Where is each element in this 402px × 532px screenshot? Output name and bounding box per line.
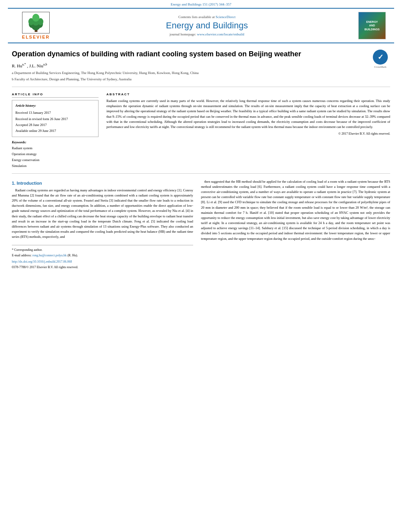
kw1: Radiant system — [12, 145, 99, 151]
article-title-text: Operation dynamics of building with radi… — [12, 50, 367, 83]
copyright-line: © 2017 Elsevier B.V. All rights reserved… — [106, 132, 390, 135]
article-info-heading: ARTICLE INFO — [12, 93, 99, 98]
elsevier-wordmark: ELSEVIER — [22, 35, 50, 39]
journal-title: Energy and Buildings — [58, 20, 356, 31]
intro-body-text-right: then suggested that the HB method should… — [201, 179, 390, 241]
intro-para-right1: then suggested that the HB method should… — [201, 179, 390, 241]
author2-name: , J.L. Niu — [27, 63, 43, 68]
elsevier-logo: ELSEVIER — [14, 12, 58, 39]
journal-header: ELSEVIER Contents lists available at Sci… — [8, 8, 394, 43]
abstract-heading: ABSTRACT — [106, 93, 390, 96]
article-title: Operation dynamics of building with radi… — [12, 50, 367, 59]
email-suffix: (R. Hu). — [67, 254, 78, 257]
article-history-box: Article history: Received 13 January 201… — [12, 100, 99, 137]
crossmark-label: CrossMark — [374, 65, 386, 69]
affiliation-a: a Department of Building Services Engine… — [12, 70, 367, 76]
contents-available-line: Contents lists available at ScienceDirec… — [58, 15, 356, 19]
article-info-row: ARTICLE INFO Article history: Received 1… — [12, 87, 390, 174]
abstract-col: ABSTRACT Radiant cooling systems are cur… — [106, 93, 390, 169]
crossmark-logo: ✓ CrossMark — [370, 50, 390, 69]
body-left-col: 1. Introduction Radiant cooling systems … — [12, 179, 193, 271]
author2-sup: a,b — [43, 63, 47, 66]
corresponding-note: * Corresponding author. — [12, 248, 193, 252]
keywords-label: Keywords: — [12, 140, 99, 144]
author1-sup: a,* — [22, 63, 26, 66]
eb-logo-line2: AND — [365, 24, 380, 27]
paper-content: Operation dynamics of building with radi… — [12, 43, 390, 271]
history-label: Article history: — [15, 103, 95, 109]
journal-homepage-line: journal homepage: www.elsevier.com/locat… — [58, 32, 356, 36]
section-number: 1. — [12, 181, 15, 185]
article-title-section: Operation dynamics of building with radi… — [12, 50, 390, 87]
crossmark-icon: ✓ — [373, 50, 388, 65]
keywords-list: Radiant system Operation strategy Energy… — [12, 145, 99, 169]
keywords-box: Keywords: Radiant system Operation strat… — [12, 140, 99, 169]
footer-notes: * Corresponding author. E-mail address: … — [12, 245, 193, 270]
eb-logo-line1: ENERGY — [365, 20, 380, 24]
author-affiliations: a Department of Building Services Engine… — [12, 70, 367, 82]
journal-logo-right: ENERGY AND BUILDINGS — [356, 12, 388, 39]
intro-section-title: 1. Introduction — [12, 181, 193, 185]
body-right-col: then suggested that the HB method should… — [201, 179, 390, 271]
author1-name: R. Hu — [12, 63, 22, 68]
available-date: Available online 29 June 2017 — [15, 128, 95, 134]
received-date: Received 13 January 2017 — [15, 110, 95, 116]
email-note: E-mail address: rong.hu@connect.polyu.hk… — [12, 253, 193, 258]
sciencedirect-link[interactable]: ScienceDirect — [216, 15, 235, 19]
eb-logo-box: ENERGY AND BUILDINGS — [358, 12, 386, 39]
article-info-col: ARTICLE INFO Article history: Received 1… — [12, 93, 99, 169]
svg-point-7 — [32, 14, 39, 22]
email-label: E-mail address: — [12, 254, 32, 257]
kw4: Simulation — [12, 163, 99, 169]
elsevier-tree-icon — [22, 12, 50, 33]
kw3: Energy conservation — [12, 157, 99, 163]
footer-doi[interactable]: http://dx.doi.org/10.1016/j.enbuild.2017… — [12, 260, 193, 264]
footer-issn: 0378-7788/© 2017 Elsevier B.V. All right… — [12, 265, 193, 270]
accepted-date: Accepted 28 June 2017 — [15, 122, 95, 128]
received-revised-date: Received in revised form 26 June 2017 — [15, 116, 95, 122]
body-content: 1. Introduction Radiant cooling systems … — [12, 174, 390, 271]
intro-para1: Radiant cooling systems are regarded as … — [12, 188, 193, 240]
abstract-text: Radiant cooling systems are currently us… — [106, 98, 390, 130]
eb-logo-line3: BUILDINGS — [365, 28, 380, 31]
journal-citation-bar: Energy and Buildings 151 (2017) 344–357 — [0, 0, 402, 8]
section-label: Introduction — [17, 181, 42, 185]
journal-homepage-link[interactable]: www.elsevier.com/locate/enbuild — [197, 32, 244, 36]
kw2: Operation strategy — [12, 151, 99, 157]
journal-center-info: Contents lists available at ScienceDirec… — [58, 15, 356, 36]
affiliation-b: b Faculty of Architecture, Design and Pl… — [12, 77, 367, 82]
article-authors: R. Hua,* , J.L. Niua,b — [12, 63, 367, 68]
abstract-body: Radiant cooling systems are currently us… — [106, 99, 390, 129]
email-value[interactable]: rong.hu@connect.polyu.hk — [32, 254, 67, 257]
intro-body-text-left: Radiant cooling systems are regarded as … — [12, 188, 193, 240]
journal-citation: Energy and Buildings 151 (2017) 344–357 — [171, 2, 231, 6]
